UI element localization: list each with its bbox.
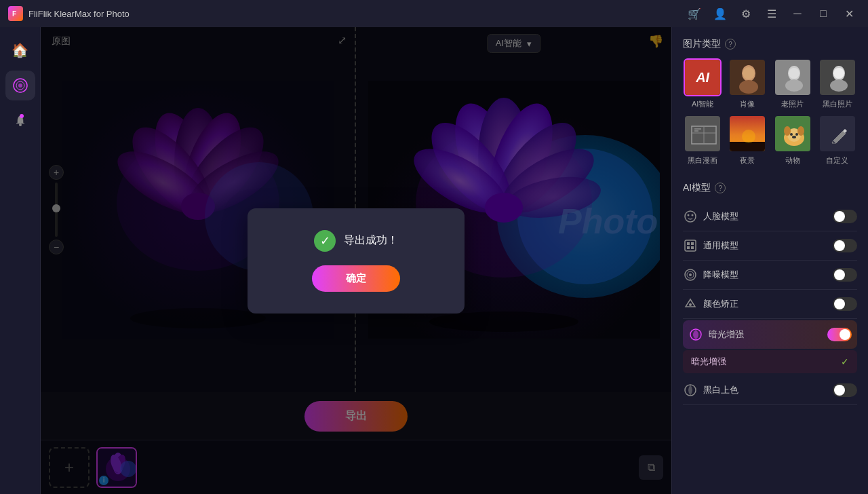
svg-rect-77 [687, 246, 690, 249]
type-item-portrait[interactable]: 肖像 [728, 58, 767, 109]
menu-icon[interactable]: ☰ [761, 3, 783, 24]
bwcolor-model-toggle[interactable] [833, 383, 857, 397]
bwcolor-model-icon [683, 383, 698, 398]
dialog-confirm-button[interactable]: 确定 [312, 265, 400, 292]
ai-model-section-title: AI模型 ? [683, 182, 857, 194]
sidebar-home-button[interactable]: 🏠 [5, 35, 35, 65]
svg-rect-75 [687, 242, 690, 245]
general-model-toggle[interactable] [833, 239, 857, 252]
type-thumb-ai: AI [684, 58, 722, 96]
type-item-ai[interactable]: AI AI智能 [683, 58, 722, 109]
dialog-box: ✓ 导出成功！ 确定 [248, 208, 465, 314]
dark-boost-dropdown[interactable]: 暗光增强 ✓ [683, 350, 857, 373]
svg-point-6 [20, 114, 24, 118]
sidebar-magic-button[interactable] [5, 71, 35, 100]
type-item-bwcomic[interactable]: 黑白漫画 [683, 115, 722, 166]
app-title: FliFlik KlearMax for Photo [28, 9, 684, 19]
type-item-bw[interactable]: 黑白照片 [818, 58, 857, 109]
svg-rect-74 [685, 240, 696, 251]
sidebar-bell-button[interactable] [5, 106, 35, 136]
svg-point-64 [797, 126, 804, 136]
ai-model-help-icon[interactable]: ? [715, 183, 726, 193]
general-model-toggle-thumb [834, 240, 845, 251]
app-layout: 🏠 原图 ⤢ + [0, 27, 868, 494]
svg-rect-68 [820, 116, 856, 153]
face-model-toggle-thumb [834, 211, 845, 222]
settings-icon[interactable]: ⚙ [735, 3, 757, 24]
color-model-icon [683, 297, 698, 311]
face-model-label: 人脸模型 [703, 210, 827, 223]
svg-point-43 [743, 67, 755, 79]
type-item-custom[interactable]: 自定义 [818, 115, 857, 166]
minimize-button[interactable]: ─ [787, 3, 808, 24]
type-item-night[interactable]: 夜景 [728, 115, 767, 166]
model-item-bwcolor: 黑白上色 [683, 376, 857, 405]
type-thumb-oldphoto [774, 58, 812, 96]
svg-point-66 [795, 133, 798, 136]
svg-point-65 [790, 133, 793, 136]
type-label-ai: AI智能 [692, 99, 713, 109]
right-panel: 图片类型 ? AI AI智能 [671, 27, 868, 494]
type-thumb-portrait [728, 58, 766, 96]
type-label-animal: 动物 [785, 155, 800, 166]
titlebar: F FliFlik KlearMax for Photo 🛒 👤 ⚙ ☰ ─ □… [0, 0, 868, 27]
user-icon[interactable]: 👤 [709, 3, 731, 24]
dialog-success-text: 导出成功！ [344, 233, 398, 248]
denoise-model-icon [683, 267, 698, 282]
darkboost-model-icon [688, 327, 703, 342]
model-item-color: 颜色矫正 [683, 290, 857, 319]
color-model-label: 颜色矫正 [703, 298, 827, 310]
svg-point-63 [784, 126, 791, 136]
darkboost-model-toggle[interactable] [827, 328, 852, 341]
color-model-toggle[interactable] [833, 297, 857, 311]
type-item-oldphoto[interactable]: 老照片 [773, 58, 812, 109]
close-button[interactable]: ✕ [838, 3, 860, 24]
type-label-night: 夜景 [740, 155, 755, 166]
svg-point-59 [742, 130, 755, 143]
svg-rect-78 [691, 246, 694, 249]
general-model-icon [683, 238, 698, 253]
type-thumb-custom [818, 115, 856, 153]
type-label-custom: 自定义 [826, 155, 848, 166]
dark-boost-check-icon: ✓ [841, 356, 849, 367]
svg-point-51 [833, 68, 844, 79]
denoise-model-toggle-thumb [834, 269, 845, 280]
svg-point-73 [692, 214, 694, 216]
success-icon: ✓ [314, 230, 336, 252]
svg-point-4 [18, 83, 22, 88]
svg-point-71 [685, 211, 696, 222]
model-item-face: 人脸模型 [683, 202, 857, 231]
general-model-label: 通用模型 [703, 240, 827, 252]
bwcolor-model-label: 黑白上色 [703, 384, 827, 396]
darkboost-model-label: 暗光增强 [709, 328, 822, 341]
cart-icon[interactable]: 🛒 [684, 3, 705, 24]
denoise-model-toggle[interactable] [833, 268, 857, 282]
svg-point-82 [689, 303, 692, 306]
model-item-general: 通用模型 [683, 231, 857, 261]
image-type-section-title: 图片类型 ? [683, 38, 857, 50]
dialog-message: ✓ 导出成功！ [314, 230, 398, 252]
window-controls: 🛒 👤 ⚙ ☰ ─ □ ✕ [684, 3, 860, 24]
type-item-animal[interactable]: 动物 [773, 115, 812, 166]
dialog-overlay: ✓ 导出成功！ 确定 [41, 27, 671, 494]
model-item-darkboost: 暗光增强 [683, 320, 857, 349]
type-label-portrait: 肖像 [740, 99, 755, 109]
face-model-toggle[interactable] [833, 210, 857, 223]
svg-point-47 [789, 68, 800, 79]
svg-point-72 [688, 214, 690, 216]
maximize-button[interactable]: □ [812, 3, 834, 24]
darkboost-model-toggle-thumb [840, 329, 850, 340]
image-type-grid: AI AI智能 肖像 [683, 58, 857, 166]
type-label-bw: 黑白照片 [823, 99, 852, 109]
type-thumb-bwcomic [684, 115, 722, 153]
left-sidebar: 🏠 [0, 27, 41, 494]
type-thumb-night [728, 115, 766, 153]
image-type-help-icon[interactable]: ? [725, 39, 736, 50]
svg-point-81 [689, 273, 692, 276]
type-label-oldphoto: 老照片 [781, 99, 804, 109]
svg-text:F: F [12, 10, 16, 18]
svg-point-67 [792, 136, 796, 138]
svg-point-50 [830, 79, 848, 92]
model-item-denoise: 降噪模型 [683, 261, 857, 290]
face-model-icon [683, 209, 698, 224]
